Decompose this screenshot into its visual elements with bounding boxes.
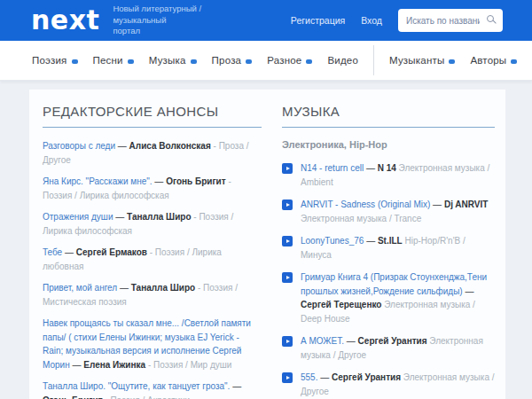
nav-item[interactable]: Разное: [267, 55, 312, 66]
play-button[interactable]: [282, 236, 293, 246]
dash-separator: —: [230, 381, 241, 391]
section-divider: [282, 127, 495, 128]
announcement-author: Алиса Волконская: [129, 141, 211, 151]
play-button[interactable]: [282, 200, 293, 210]
nav-item[interactable]: Видео: [327, 55, 358, 66]
track-link[interactable]: N14 - return cell: [301, 163, 364, 173]
music-item-text: ANRVIT - Sadness (Original Mix) — Dj ANR…: [301, 198, 495, 225]
nav-item[interactable]: Музыка: [149, 55, 197, 66]
music-item-text: А МОЖЕТ. — Сергей Урантия Электронная му…: [301, 334, 495, 362]
nav-item-label: Проза: [212, 55, 242, 66]
top-header: next Новый литературный / музыкальный по…: [0, 0, 532, 41]
track-link[interactable]: А МОЖЕТ.: [301, 336, 344, 346]
chevron-down-icon: [128, 59, 134, 64]
music-genres-subtitle: Электроника, Hip-Hop: [282, 139, 495, 150]
nav-item-label: Разное: [267, 55, 301, 66]
music-item: 555. — Сергей Урантия Электронная музыка…: [282, 371, 495, 398]
announcement-category: - Поэзия / Мир души: [145, 360, 231, 370]
announcement-link[interactable]: Отражения души: [43, 212, 113, 222]
dash-separator: —: [364, 163, 378, 173]
play-icon: [286, 276, 290, 279]
nav-item[interactable]: Проза: [212, 55, 253, 66]
nav-item-label: Песни: [93, 55, 123, 66]
content-card: РЕДАКТОРСКИЕ АНОНСЫ Разговоры с леди — А…: [29, 90, 505, 399]
nav-separator: [373, 45, 374, 75]
nav-item[interactable]: Поэзия: [32, 55, 78, 66]
dash-separator: —: [430, 200, 444, 209]
search-icon: [487, 15, 494, 22]
track-author: Сергей Урантия: [358, 336, 427, 346]
main-nav: Поэзия Песни Музыка Проза Разное Видео М…: [0, 41, 532, 81]
dash-separator: —: [317, 372, 332, 382]
announcements-column: РЕДАКТОРСКИЕ АНОНСЫ Разговоры с леди — А…: [43, 104, 262, 399]
play-button[interactable]: [282, 272, 293, 283]
track-link[interactable]: Гримуар Книга 4 (Призрак Стоунхенджа,Тен…: [301, 272, 487, 296]
track-link[interactable]: LoonyTunes_76: [301, 236, 364, 246]
nav-item-label: Поэзия: [32, 55, 67, 66]
site-tagline: Новый литературный / музыкальный портал: [113, 4, 254, 37]
music-title: МУЗЫКА: [282, 104, 495, 119]
tagline-line-1: Новый литературный / музыкальный: [113, 4, 254, 27]
nav-items: Поэзия Песни Музыка Проза Разное Видео М…: [32, 45, 532, 75]
tagline-line-2: портал: [113, 26, 254, 37]
play-icon: [286, 167, 290, 170]
register-link[interactable]: Регистрация: [291, 15, 345, 26]
music-item-text: 555. — Сергей Урантия Электронная музыка…: [301, 371, 495, 398]
nav-item[interactable]: Авторы: [470, 55, 517, 66]
announcement-author: Сергей Ермаков: [76, 247, 147, 257]
music-item: Гримуар Книга 4 (Призрак Стоунхенджа,Тен…: [282, 270, 495, 325]
dash-separator: —: [117, 283, 131, 293]
play-button[interactable]: [282, 336, 293, 347]
announcement-link[interactable]: Таналла Широ. "Ощутите, как танцует гроз…: [43, 381, 230, 391]
track-author: Сергей Терещенко: [301, 300, 381, 309]
dash-separator: —: [153, 176, 167, 186]
announcement-item: Отражения души — Таналла Широ - Поэзия /…: [43, 210, 262, 238]
search-box: [398, 9, 503, 32]
track-author: Dj ANRVIT: [444, 200, 488, 209]
dash-separator: —: [115, 141, 129, 151]
announcement-link[interactable]: Привет, мой ангел: [43, 283, 117, 293]
chevron-down-icon: [511, 59, 517, 64]
music-item-text: LoonyTunes_76 — St.ILL Hip-Hop/R'n'B / М…: [301, 234, 495, 262]
track-category: Электронная музыка / Trance: [301, 214, 421, 223]
play-button[interactable]: [282, 163, 293, 174]
play-button[interactable]: [282, 372, 293, 383]
music-item: N14 - return cell — N 14 Электронная муз…: [282, 161, 495, 189]
nav-item-label: Музыканты: [389, 55, 444, 66]
announcement-link[interactable]: Яна Кирс. "Расскажи мне".: [43, 176, 153, 186]
announcement-author: Таналла Широ: [131, 283, 195, 293]
dash-separator: —: [344, 336, 358, 346]
nav-item[interactable]: Музыканты: [389, 55, 455, 66]
announcement-item: Привет, мой ангел — Таналла Широ - Поэзи…: [43, 281, 262, 309]
play-icon: [286, 239, 290, 243]
chevron-down-icon: [306, 59, 312, 64]
nav-item-label: Видео: [327, 55, 358, 66]
announcement-author: Елена Ижинка: [83, 360, 145, 370]
announcement-link[interactable]: Тебе: [43, 247, 62, 257]
music-item-text: N14 - return cell — N 14 Электронная муз…: [301, 161, 495, 189]
announcement-item: Тебе — Сергей Ермаков - Поэзия / Лирика …: [43, 246, 262, 273]
site-logo[interactable]: next: [31, 7, 99, 34]
announcement-item: Яна Кирс. "Расскажи мне". — Огонь Бригит…: [43, 175, 262, 202]
track-author: Сергей Урантия: [332, 372, 401, 382]
nav-item-label: Авторы: [470, 55, 506, 66]
section-divider: [43, 127, 262, 128]
music-item-text: Гримуар Книга 4 (Призрак Стоунхенджа,Тен…: [301, 270, 495, 325]
announcement-item: Навек прощаясь ты сказал мне... /Светлой…: [43, 317, 262, 372]
announcement-link[interactable]: Разговоры с леди: [43, 141, 115, 151]
music-item: ANRVIT - Sadness (Original Mix) — Dj ANR…: [282, 198, 495, 225]
nav-item[interactable]: Песни: [93, 55, 134, 66]
announcement-author: Таналла Широ: [127, 212, 191, 222]
track-link[interactable]: 555.: [301, 372, 317, 382]
announcement-author: Огонь Бригит: [43, 395, 103, 399]
login-link[interactable]: Вход: [361, 15, 382, 26]
chevron-down-icon: [72, 59, 78, 64]
header-actions: Регистрация Вход: [291, 9, 503, 32]
music-column: МУЗЫКА Электроника, Hip-Hop N14 - return…: [282, 104, 495, 399]
track-link[interactable]: ANRVIT - Sadness (Original Mix): [301, 200, 430, 209]
announcements-title: РЕДАКТОРСКИЕ АНОНСЫ: [43, 104, 262, 119]
music-item: LoonyTunes_76 — St.ILL Hip-Hop/R'n'B / М…: [282, 234, 495, 262]
announcement-author: Огонь Бригит: [166, 176, 226, 186]
chevron-down-icon: [246, 59, 252, 64]
announcements-list: Разговоры с леди — Алиса Волконская - Пр…: [43, 139, 262, 399]
